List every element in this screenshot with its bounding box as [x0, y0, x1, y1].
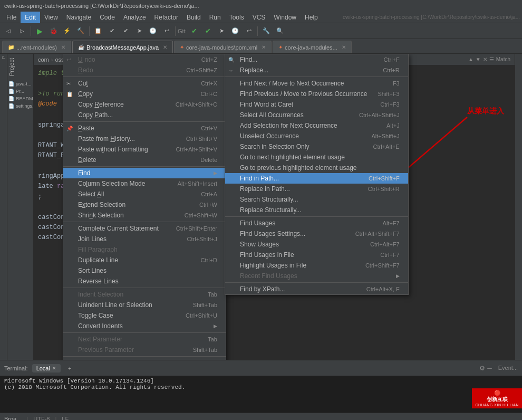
- toolbar-btn-1[interactable]: 📋: [92, 25, 104, 37]
- terminal-tab-local[interactable]: Local ✕: [32, 364, 61, 373]
- submenu-recent-find-usages[interactable]: Recent Find Usages: [225, 271, 408, 281]
- menu-item-tools[interactable]: Tools: [225, 12, 248, 23]
- menu-item-run[interactable]: Run: [205, 12, 225, 23]
- submenu-select-all-occ[interactable]: Select All Occurrences Ctrl+Alt+Shift+J: [225, 110, 408, 120]
- menu-item-next-param[interactable]: Next Parameter Tab: [63, 334, 226, 345]
- submenu-find-next[interactable]: Find Next / Move to Next Occurrence F3: [225, 78, 408, 89]
- terminal-tab-close[interactable]: ✕: [52, 366, 56, 371]
- submenu-go-next-hl[interactable]: Go to next highlighted element usage: [225, 152, 408, 163]
- menu-item-convert-indents[interactable]: Convert Indents: [63, 321, 226, 331]
- submenu-replace-item[interactable]: ↔ Replace... Ctrl+R: [225, 65, 408, 75]
- menu-item-edit[interactable]: Edit: [21, 12, 40, 23]
- terminal-minimize-btn[interactable]: ─: [487, 365, 492, 372]
- submenu-show-usages[interactable]: Show Usages Ctrl+Alt+F7: [225, 239, 408, 250]
- toolbar-btn-5[interactable]: 🕐: [147, 25, 159, 37]
- menu-item-paste[interactable]: 📌 Paste Ctrl+V: [63, 123, 226, 133]
- menu-item-view[interactable]: View: [40, 12, 62, 23]
- settings-btn[interactable]: 🔧: [260, 25, 273, 37]
- submenu-replace-in-path[interactable]: Replace in Path... Ctrl+Shift+R: [225, 184, 408, 194]
- menu-item-refactor[interactable]: Refactor: [150, 12, 182, 23]
- menu-item-delete[interactable]: Delete Delete: [63, 155, 226, 165]
- submenu-search-struct[interactable]: Search Structurally...: [225, 194, 408, 205]
- menu-item-paste-plain[interactable]: Paste without Formatting Ctrl+Alt+Shift+…: [63, 144, 226, 155]
- tab-broadcast-app[interactable]: ☕ BroadcastMessageApp.java ✕: [72, 41, 173, 53]
- readme-item[interactable]: 📄 README.md: [7, 95, 33, 102]
- menu-item-select-all[interactable]: Select All Ctrl+A: [63, 189, 226, 199]
- menu-item-analyze[interactable]: Analyze: [119, 12, 150, 23]
- menu-item-window[interactable]: Window: [269, 12, 301, 23]
- menu-item-prev-param[interactable]: Previous Parameter Shift+Tab: [63, 345, 226, 355]
- toolbar-btn-2[interactable]: ✔: [105, 25, 118, 37]
- tab-close-3[interactable]: ✕: [262, 44, 266, 50]
- menu-item-cut[interactable]: ✂ Cut Ctrl+X: [63, 78, 226, 89]
- menu-item-duplicate[interactable]: Duplicate Line Ctrl+D: [63, 255, 226, 265]
- git-btn-4[interactable]: 🕐: [229, 25, 241, 37]
- toolbar-btn-4[interactable]: ➤: [133, 25, 146, 37]
- menu-item-copy-ref[interactable]: Copy Reference Ctrl+Alt+Shift+C: [63, 99, 226, 110]
- submenu-replace-struct[interactable]: Replace Structurally...: [225, 205, 408, 215]
- menu-item-macros[interactable]: Macros: [63, 358, 226, 360]
- back-btn[interactable]: ◁: [2, 25, 15, 37]
- git-btn-2[interactable]: ✔: [201, 25, 214, 37]
- submenu-find-prev[interactable]: Find Previous / Move to Previous Occurre…: [225, 89, 408, 99]
- submenu-find-item[interactable]: 🔍 Find... Ctrl+F: [225, 54, 408, 65]
- toolbar-btn-6[interactable]: ↩: [160, 25, 173, 37]
- submenu-find-word[interactable]: Find Word at Caret Ctrl+F3: [225, 99, 408, 110]
- menu-item-vcs[interactable]: VCS: [248, 12, 270, 23]
- menu-item-column-mode[interactable]: Column Selection Mode Alt+Shift+Insert: [63, 178, 226, 189]
- menu-item-help[interactable]: Help: [301, 12, 322, 23]
- submenu-find-in-path[interactable]: Find in Path... Ctrl+Shift+F: [225, 173, 408, 184]
- git-btn-3[interactable]: ➤: [215, 25, 228, 37]
- run-btn[interactable]: ▶: [33, 25, 46, 37]
- build-btn[interactable]: 🔨: [74, 25, 87, 37]
- menu-item-paste-history[interactable]: Paste from History... Ctrl+Shift+V: [63, 133, 226, 144]
- submenu-unselect-occ[interactable]: Unselect Occurrence Alt+Shift+J: [225, 131, 408, 141]
- menu-item-sort-lines[interactable]: Sort Lines: [63, 265, 226, 276]
- tab-rent-modules[interactable]: 📁 ...rent-modules) ✕: [2, 41, 71, 53]
- submenu-find-xpath[interactable]: Find by XPath... Ctrl+Alt+X, F: [225, 284, 408, 294]
- settings-gradle-item[interactable]: 📄 settings.gradle: [7, 102, 33, 110]
- forward-btn[interactable]: ▷: [16, 25, 28, 37]
- submenu-find-usages-settings[interactable]: Find Usages Settings... Ctrl+Alt+Shift+F…: [225, 228, 408, 239]
- tab-close-2[interactable]: ✕: [163, 44, 167, 50]
- git-btn-5[interactable]: ↩: [243, 25, 255, 37]
- debug-btn[interactable]: 🐞: [47, 25, 60, 37]
- git-btn-1[interactable]: ✔: [188, 25, 200, 37]
- menu-item-complete[interactable]: Complete Current Statement Ctrl+Shift+En…: [63, 223, 226, 234]
- menu-item-undo[interactable]: ↩Undo Ctrl+Z: [63, 54, 226, 65]
- coverage-btn[interactable]: ⚡: [61, 25, 73, 37]
- submenu-go-prev-hl[interactable]: Go to previous highlighted element usage: [225, 163, 408, 173]
- java-t-item[interactable]: 📄 java-t...: [7, 80, 33, 88]
- tab-pom-xml[interactable]: ✦ core-java-modules\pom.xml ✕: [174, 41, 272, 53]
- terminal-add-tab[interactable]: +: [65, 364, 74, 373]
- menu-item-redo[interactable]: Redo Ctrl+Shift+Z: [63, 65, 226, 75]
- submenu-find-usages-file[interactable]: Find Usages in File Ctrl+F7: [225, 250, 408, 260]
- menu-item-file[interactable]: File: [2, 12, 21, 23]
- submenu-find-usages[interactable]: Find Usages Alt+F7: [225, 218, 408, 228]
- toolbar-btn-3[interactable]: ✔: [119, 25, 132, 37]
- menu-item-extend-sel[interactable]: Extend Selection Ctrl+W: [63, 199, 226, 210]
- search-everywhere-btn[interactable]: 🔍: [274, 25, 286, 37]
- menu-item-toggle-case[interactable]: Toggle Case Ctrl+Shift+U: [63, 310, 226, 321]
- menu-item-shrink-sel[interactable]: Shrink Selection Ctrl+Shift+W: [63, 210, 226, 221]
- submenu-hl-usages-file[interactable]: Highlight Usages in File Ctrl+Shift+F7: [225, 260, 408, 271]
- menu-item-find[interactable]: Find: [63, 168, 226, 178]
- menu-item-fill-para[interactable]: Fill Paragraph: [63, 244, 226, 255]
- pr-item[interactable]: 📄 Pr...: [7, 88, 33, 95]
- menu-item-code[interactable]: Code: [95, 12, 119, 23]
- menu-item-build[interactable]: Build: [182, 12, 205, 23]
- terminal-settings-btn[interactable]: ⚙: [479, 365, 485, 372]
- menu-item-unindent[interactable]: Unindent Line or Selection Shift+Tab: [63, 300, 226, 310]
- sep-6: [63, 332, 226, 333]
- menu-item-copy[interactable]: 📋 Copy Ctrl+C: [63, 89, 226, 99]
- menu-item-copy-path[interactable]: Copy Path...: [63, 110, 226, 120]
- menu-item-join-lines[interactable]: Join Lines Ctrl+Shift+J: [63, 234, 226, 244]
- menu-item-navigate[interactable]: Navigate: [62, 12, 95, 23]
- submenu-add-next-occ[interactable]: Add Selection for Next Occurrence Alt+J: [225, 120, 408, 131]
- tab-close-4[interactable]: ✕: [342, 44, 346, 50]
- tab-close-1[interactable]: ✕: [61, 44, 65, 50]
- menu-item-indent-sel[interactable]: Indent Selection Tab: [63, 289, 226, 300]
- menu-item-reverse-lines[interactable]: Reverse Lines: [63, 276, 226, 287]
- tab-core-java-modules[interactable]: ✦ core-java-modules... ✕: [273, 41, 352, 53]
- submenu-search-in-sel[interactable]: Search in Selection Only Ctrl+Alt+E: [225, 141, 408, 152]
